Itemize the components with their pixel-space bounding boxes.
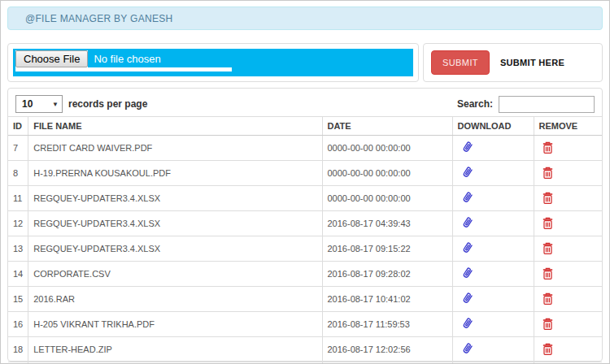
download-link[interactable] <box>460 240 475 255</box>
file-table-body: 7CREDIT CARD WAIVER.PDF0000-00-00 00:00:… <box>8 136 602 364</box>
cell-id: 15 <box>8 287 28 312</box>
remove-link[interactable] <box>542 317 554 331</box>
table-row: 7CREDIT CARD WAIVER.PDF0000-00-00 00:00:… <box>8 136 602 161</box>
cell-download <box>452 337 534 362</box>
cell-date: 0000-00-00 00:00:00 <box>322 136 452 161</box>
cell-file-name: 2016.RAR <box>28 287 322 312</box>
cell-download <box>452 236 534 262</box>
download-link[interactable] <box>460 291 475 306</box>
cell-download <box>452 262 534 287</box>
file-manager-page: @FILE MANAGER BY GANESH Choose File No f… <box>0 0 610 364</box>
cell-date: 2016-08-17 11:59:53 <box>322 312 452 337</box>
cell-file-name: H-205 VIKRANT TRIKHA.PDF <box>28 312 322 337</box>
trash-icon <box>542 141 554 154</box>
download-link[interactable] <box>460 215 475 230</box>
records-per-page-label: records per page <box>68 98 147 110</box>
download-link[interactable] <box>460 341 475 356</box>
paperclip-icon <box>460 240 475 255</box>
cell-id: 12 <box>8 211 28 236</box>
cell-id: 8 <box>8 161 28 186</box>
column-header-file-name[interactable]: FILE NAME <box>28 117 322 136</box>
table-controls: 10 ▼ records per page Search: <box>8 95 602 113</box>
file-input[interactable]: Choose File No file chosen <box>15 50 232 72</box>
cell-remove <box>534 186 602 211</box>
cell-download <box>452 136 534 161</box>
chevron-down-icon: ▼ <box>52 101 59 108</box>
download-link[interactable] <box>460 266 475 280</box>
cell-remove <box>534 136 602 161</box>
column-header-id[interactable]: ID <box>8 117 28 136</box>
table-row: 12REGQUEY-UPDATER3.4.XLSX2016-08-17 04:3… <box>8 211 602 236</box>
paperclip-icon <box>460 165 475 180</box>
cell-file-name: LETTER-HEAD.ZIP <box>28 337 322 362</box>
remove-link[interactable] <box>542 342 554 356</box>
cell-id: 11 <box>8 186 28 211</box>
paperclip-icon <box>460 215 475 230</box>
table-row: 152016.RAR2016-08-17 10:41:02 <box>8 287 602 312</box>
cell-file-name: H-19.PRERNA KOUSAKOUL.PDF <box>28 161 322 186</box>
download-link[interactable] <box>460 140 475 154</box>
cell-download <box>452 211 534 236</box>
cell-file-name: CORPORATE.CSV <box>28 262 322 287</box>
paperclip-icon <box>460 266 475 280</box>
upload-panel: Choose File No file chosen <box>7 43 419 82</box>
cell-file-name: REGQUEY-UPDATER3.4.XLSX <box>28 211 322 236</box>
cell-id: 18 <box>8 337 28 362</box>
submit-button[interactable]: SUBMIT <box>431 50 490 75</box>
submit-here-label: SUBMIT HERE <box>500 58 564 67</box>
download-link[interactable] <box>460 165 475 180</box>
cell-date: 2016-08-17 12:02:56 <box>322 337 452 362</box>
remove-link[interactable] <box>542 241 554 255</box>
choose-file-button[interactable]: Choose File <box>15 50 88 67</box>
download-link[interactable] <box>460 316 475 331</box>
trash-icon <box>542 342 554 356</box>
remove-link[interactable] <box>542 141 554 154</box>
cell-date: 0000-00-00 00:00:00 <box>322 161 452 186</box>
cell-date: 2016-08-17 04:39:43 <box>322 211 452 236</box>
paperclip-icon <box>460 291 475 306</box>
cell-download <box>452 186 534 211</box>
cell-id: 14 <box>8 262 28 287</box>
cell-file-name: CREDIT CARD WAIVER.PDF <box>28 136 322 161</box>
cell-id: 16 <box>8 312 28 337</box>
cell-id: 7 <box>8 136 28 161</box>
trash-icon <box>542 241 554 255</box>
upload-row: Choose File No file chosen SUBMIT SUBMIT… <box>7 43 603 82</box>
search-input[interactable] <box>499 96 595 113</box>
cell-download <box>452 161 534 186</box>
search-label: Search: <box>457 98 493 110</box>
cell-remove <box>534 262 602 287</box>
cell-remove <box>534 312 602 337</box>
cell-date: 0000-00-00 00:00:00 <box>322 186 452 211</box>
page-size-select[interactable]: 10 ▼ <box>15 95 63 113</box>
remove-link[interactable] <box>542 216 554 230</box>
paperclip-icon <box>460 190 475 205</box>
download-link[interactable] <box>460 190 475 205</box>
cell-remove <box>534 337 602 362</box>
remove-link[interactable] <box>542 266 554 280</box>
table-row: 16H-205 VIKRANT TRIKHA.PDF2016-08-17 11:… <box>8 312 602 337</box>
trash-icon <box>542 216 554 230</box>
remove-link[interactable] <box>542 166 554 180</box>
cell-date: 2016-08-17 10:41:02 <box>322 287 452 312</box>
table-row: 13REGQUEY-UPDATER3.4.XLSX2016-08-17 09:1… <box>8 236 602 262</box>
search-controls: Search: <box>457 96 595 113</box>
remove-link[interactable] <box>542 292 554 306</box>
header-row: IDFILE NAMEDATEDOWNLOADREMOVE <box>8 117 602 136</box>
cell-remove <box>534 161 602 186</box>
paperclip-icon <box>460 341 475 356</box>
column-header-download[interactable]: DOWNLOAD <box>452 117 534 136</box>
files-table-head: IDFILE NAMEDATEDOWNLOADREMOVE <box>8 117 602 136</box>
remove-link[interactable] <box>542 191 554 205</box>
trash-icon <box>542 292 554 306</box>
column-header-date[interactable]: DATE <box>322 117 452 136</box>
table-row: 8H-19.PRERNA KOUSAKOUL.PDF0000-00-00 00:… <box>8 161 602 186</box>
cell-id: 13 <box>8 236 28 262</box>
cell-remove <box>534 211 602 236</box>
paperclip-icon <box>460 316 475 331</box>
paperclip-icon <box>460 140 475 154</box>
column-header-remove[interactable]: REMOVE <box>534 117 602 136</box>
submit-panel: SUBMIT SUBMIT HERE <box>423 43 603 82</box>
file-chosen-text: No file chosen <box>88 50 232 67</box>
trash-icon <box>542 317 554 331</box>
